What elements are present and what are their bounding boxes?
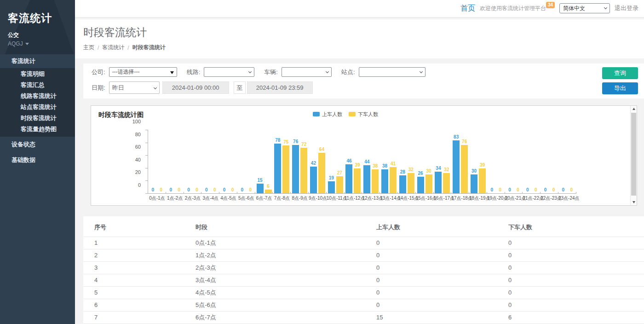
sidebar-section-passenger-stats[interactable]: 客流统计 [0,54,75,68]
table-panel: 序号时段上车人数下车人数 10点-1点0021点-2点0032点-3点0043点… [83,216,644,324]
chart-category-slot: 837617点-18点 [451,130,469,201]
bar-pair: 00 [540,130,558,193]
sidebar-subitem[interactable]: 客流汇总 [0,80,75,91]
bar-value-label: 0 [249,187,252,192]
chart-legend: 上车人数下车人数 [91,111,600,118]
export-button[interactable]: 导出 [602,82,638,94]
sidebar-subitem[interactable]: 线路客流统计 [0,91,75,102]
chart-category-slot: 0022点-23点 [540,130,558,201]
bar-value-label: 0 [196,187,198,192]
sidebar-logo-block: 客流统计 公交 AQGJ [0,0,75,54]
x-axis-label: 17点-18点 [451,195,469,201]
bar-column: 75 [282,139,289,193]
table-cell: 0 [497,262,644,274]
breadcrumb-item[interactable]: 客流统计 [102,44,124,52]
sidebar-item[interactable]: 基础数据 [0,152,75,168]
chart-category-slot: 283214点-15点 [398,130,416,201]
bar-column: 0 [497,187,504,193]
table-cell: 0 [497,299,644,312]
table-cell: 3点-4点 [184,274,365,287]
bar-value-label: 34 [436,166,441,171]
query-button[interactable]: 查询 [602,67,638,79]
y-axis-tick [145,168,148,168]
sidebar-subitem[interactable]: 站点客流统计 [0,102,75,113]
x-axis-label: 4点-5点 [219,195,237,201]
chevron-down-icon [25,43,29,45]
chart-category-slot: 384113点-14点 [380,130,398,201]
line-select[interactable] [204,67,254,77]
table-cell: 7 [83,312,184,324]
org-selector[interactable]: AQGJ [8,40,75,47]
breadcrumb: 主页/客流统计/时段客流统计 [83,44,644,52]
scrollbar-thumb[interactable] [631,113,636,196]
table-cell: 2点-3点 [184,262,365,274]
legend-label: 下车人数 [358,111,378,118]
company-select[interactable]: ---请选择--- [109,67,177,77]
logout-link[interactable]: 退出登录 [615,4,639,12]
table-cell: 15 [365,312,497,324]
date-preset-select[interactable]: 昨日 [109,81,160,94]
bar-column: 44 [363,159,370,193]
chart-category-slot: 000点-1点 [148,130,166,201]
x-axis-label: 18点-19点 [469,195,487,201]
sidebar-subitem[interactable]: 客流量趋势图 [0,124,75,135]
station-filter: 站点: [341,67,426,77]
bar [461,145,468,193]
sidebar-other-items: 设备状态基础数据 [0,137,75,168]
bar-value-label: 0 [526,187,529,192]
bar-value-label: 0 [213,187,216,192]
date-from-input[interactable]: 2024-01-09 00:00 [162,81,229,94]
bar-column: 34 [435,166,442,193]
chart-category-slot: 001点-2点 [166,130,184,201]
bar [443,173,450,193]
bar-column: 0 [239,187,246,193]
bar-value-label: 44 [364,159,369,164]
table-row: 43点-4点00 [83,274,644,287]
bar-pair: 4639 [345,130,362,193]
sidebar: 客流统计 公交 AQGJ 客流统计 客流明细客流汇总线路客流统计站点客流统计时段… [0,0,75,324]
sidebar-item[interactable]: 设备状态 [0,137,75,152]
bar-column: 32 [408,167,414,193]
table-cell: 0 [497,287,644,299]
bar-value-label: 0 [544,187,547,192]
bar-column: 0 [515,187,522,193]
bar-column: 0 [211,187,218,193]
table-header-row: 序号时段上车人数下车人数 [83,217,644,237]
notification-badge[interactable]: 34 [546,2,555,8]
table-cell: 1点-2点 [184,249,365,262]
table-row: 76点-7点156 [83,312,644,324]
table-cell: 4点-5点 [184,287,365,299]
table-cell: 5 [83,287,184,299]
date-to-input[interactable]: 2024-01-09 23:59 [247,81,313,94]
bar-value-label: 19 [329,175,334,180]
station-select[interactable] [359,67,426,77]
scrollbar-up-icon[interactable] [631,106,637,112]
y-axis-tick-label: 40 [135,157,141,162]
bar [345,164,352,193]
vehicle-select[interactable] [282,67,332,77]
bar-column: 0 [193,187,200,193]
bar-value-label: 76 [293,139,298,144]
language-select[interactable]: 简体中文 [559,3,610,13]
bar-column: 15 [257,178,264,193]
home-link[interactable]: 首页 [460,4,475,13]
table-cell: 0 [365,249,497,262]
breadcrumb-item: 时段客流统计 [132,44,166,52]
table-cell: 0 [365,274,497,287]
legend-entry[interactable]: 上车人数 [313,111,342,118]
legend-entry[interactable]: 下车人数 [349,111,378,118]
bar-value-label: 64 [319,147,324,152]
chevron-down-icon [154,86,157,89]
x-axis-label: 7点-8点 [273,195,291,201]
bar-value-label: 0 [499,187,501,192]
sidebar-subitem[interactable]: 时段客流统计 [0,113,75,124]
table-cell: 6 [497,312,644,324]
breadcrumb-item[interactable]: 主页 [83,44,94,52]
table-cell: 4 [83,274,184,287]
chart-scrollbar[interactable] [630,106,637,205]
bar-column: 26 [417,171,424,193]
sidebar-subitem[interactable]: 客流明细 [0,69,75,80]
scrollbar-down-icon[interactable] [631,199,637,205]
bar-column: 0 [524,187,531,193]
bar-column: 0 [247,187,254,193]
